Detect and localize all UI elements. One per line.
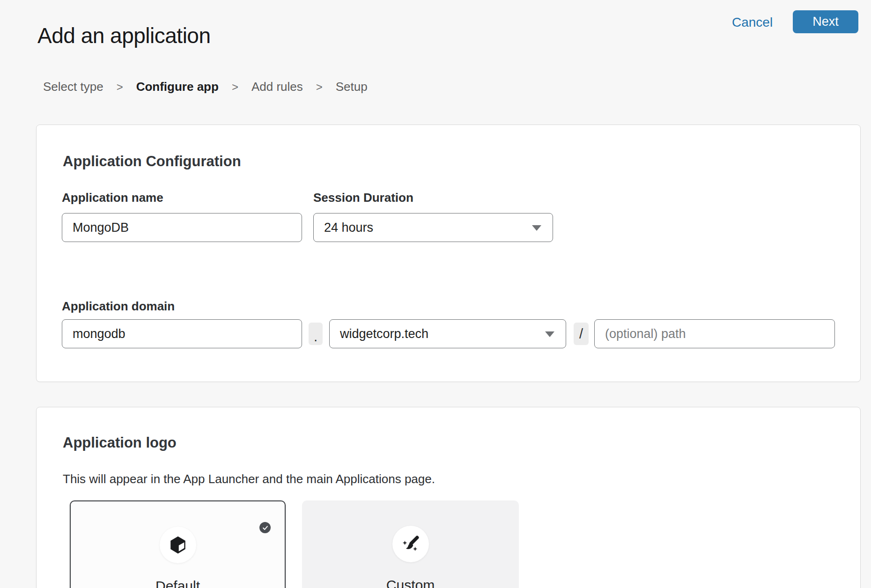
logo-option-label: Custom xyxy=(386,577,435,588)
application-domain-label: Application domain xyxy=(62,299,175,314)
session-duration-label: Session Duration xyxy=(313,191,413,205)
application-configuration-card: Application Configuration Application na… xyxy=(36,125,861,382)
cube-icon xyxy=(168,535,188,555)
breadcrumb-step-select-type[interactable]: Select type xyxy=(43,80,103,94)
application-name-input[interactable] xyxy=(62,213,302,242)
chevron-down-icon xyxy=(532,225,541,231)
domain-select[interactable]: widgetcorp.tech xyxy=(329,319,566,348)
application-logo-card: Application logo This will appear in the… xyxy=(36,407,861,588)
application-name-label: Application name xyxy=(62,191,313,205)
breadcrumb-step-add-rules[interactable]: Add rules xyxy=(251,80,303,94)
configuration-heading: Application Configuration xyxy=(63,153,241,170)
session-duration-value: 24 hours xyxy=(324,220,373,235)
logo-description: This will appear in the App Launcher and… xyxy=(63,472,435,486)
domain-value: widgetcorp.tech xyxy=(340,327,428,341)
custom-logo-circle xyxy=(392,526,429,562)
breadcrumb-step-setup[interactable]: Setup xyxy=(336,80,368,94)
logo-option-default[interactable]: Default xyxy=(70,500,286,588)
paintbrush-icon xyxy=(400,534,421,554)
logo-heading: Application logo xyxy=(63,434,177,451)
check-icon xyxy=(262,524,269,531)
next-button[interactable]: Next xyxy=(793,10,858,33)
dot-separator: . xyxy=(309,323,323,345)
breadcrumb-separator: > xyxy=(117,81,123,94)
breadcrumb-step-configure-app[interactable]: Configure app xyxy=(136,80,219,94)
session-duration-select[interactable]: 24 hours xyxy=(313,213,553,242)
path-input[interactable] xyxy=(594,319,835,348)
slash-separator: / xyxy=(574,323,589,345)
breadcrumb-separator: > xyxy=(316,81,323,94)
subdomain-input[interactable] xyxy=(62,319,302,348)
breadcrumb: Select type > Configure app > Add rules … xyxy=(43,80,368,94)
cancel-button[interactable]: Cancel xyxy=(732,15,773,30)
default-logo-circle xyxy=(160,527,196,563)
breadcrumb-separator: > xyxy=(232,81,238,94)
logo-option-label: Default xyxy=(155,578,200,588)
logo-option-custom[interactable]: Custom xyxy=(302,500,519,588)
page-title: Add an application xyxy=(37,23,211,48)
selected-check-badge xyxy=(259,522,271,533)
chevron-down-icon xyxy=(545,331,554,337)
